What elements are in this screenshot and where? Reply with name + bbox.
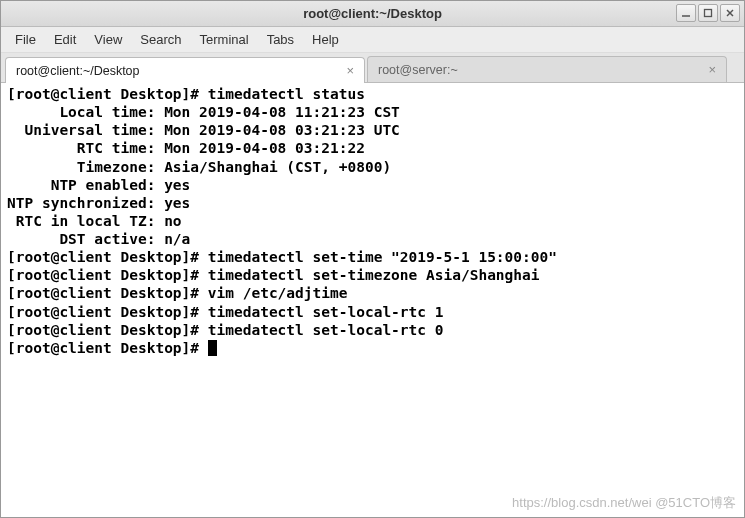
terminal-line: Universal time: Mon 2019-04-08 03:21:23 … bbox=[7, 121, 738, 139]
menu-file[interactable]: File bbox=[7, 29, 44, 50]
terminal-line: NTP synchronized: yes bbox=[7, 194, 738, 212]
terminal-line: NTP enabled: yes bbox=[7, 176, 738, 194]
terminal-line: [root@client Desktop]# timedatectl set-t… bbox=[7, 266, 738, 284]
app-window: root@client:~/Desktop File Edit View Sea… bbox=[0, 0, 745, 518]
terminal-line: Local time: Mon 2019-04-08 11:21:23 CST bbox=[7, 103, 738, 121]
menu-help[interactable]: Help bbox=[304, 29, 347, 50]
menu-view[interactable]: View bbox=[86, 29, 130, 50]
terminal-prompt: [root@client Desktop]# bbox=[7, 340, 208, 356]
terminal-line: [root@client Desktop]# timedatectl set-l… bbox=[7, 321, 738, 339]
tab-label: root@server:~ bbox=[378, 63, 458, 77]
terminal-prompt-line: [root@client Desktop]# bbox=[7, 339, 738, 357]
terminal-line: [root@client Desktop]# timedatectl set-t… bbox=[7, 248, 738, 266]
close-icon[interactable]: × bbox=[708, 62, 716, 77]
terminal-line: [root@client Desktop]# timedatectl set-l… bbox=[7, 303, 738, 321]
tab-label: root@client:~/Desktop bbox=[16, 64, 140, 78]
svg-rect-1 bbox=[705, 10, 712, 17]
tabbar: root@client:~/Desktop × root@server:~ × bbox=[1, 53, 744, 83]
close-button[interactable] bbox=[720, 4, 740, 22]
close-icon[interactable]: × bbox=[346, 63, 354, 78]
terminal-line: [root@client Desktop]# timedatectl statu… bbox=[7, 85, 738, 103]
terminal-line: DST active: n/a bbox=[7, 230, 738, 248]
tab-client-desktop[interactable]: root@client:~/Desktop × bbox=[5, 57, 365, 83]
minimize-button[interactable] bbox=[676, 4, 696, 22]
cursor-icon bbox=[208, 340, 217, 356]
menubar: File Edit View Search Terminal Tabs Help bbox=[1, 27, 744, 53]
titlebar: root@client:~/Desktop bbox=[1, 1, 744, 27]
tab-server[interactable]: root@server:~ × bbox=[367, 56, 727, 82]
terminal-line: [root@client Desktop]# vim /etc/adjtime bbox=[7, 284, 738, 302]
menu-edit[interactable]: Edit bbox=[46, 29, 84, 50]
window-title: root@client:~/Desktop bbox=[303, 6, 442, 21]
window-controls bbox=[676, 4, 740, 22]
terminal-line: Timezone: Asia/Shanghai (CST, +0800) bbox=[7, 158, 738, 176]
maximize-button[interactable] bbox=[698, 4, 718, 22]
menu-terminal[interactable]: Terminal bbox=[192, 29, 257, 50]
watermark-text: https://blog.csdn.net/wei @51CTO博客 bbox=[512, 495, 736, 511]
terminal-output[interactable]: [root@client Desktop]# timedatectl statu… bbox=[1, 83, 744, 517]
terminal-line: RTC time: Mon 2019-04-08 03:21:22 bbox=[7, 139, 738, 157]
terminal-line: RTC in local TZ: no bbox=[7, 212, 738, 230]
menu-tabs[interactable]: Tabs bbox=[259, 29, 302, 50]
menu-search[interactable]: Search bbox=[132, 29, 189, 50]
